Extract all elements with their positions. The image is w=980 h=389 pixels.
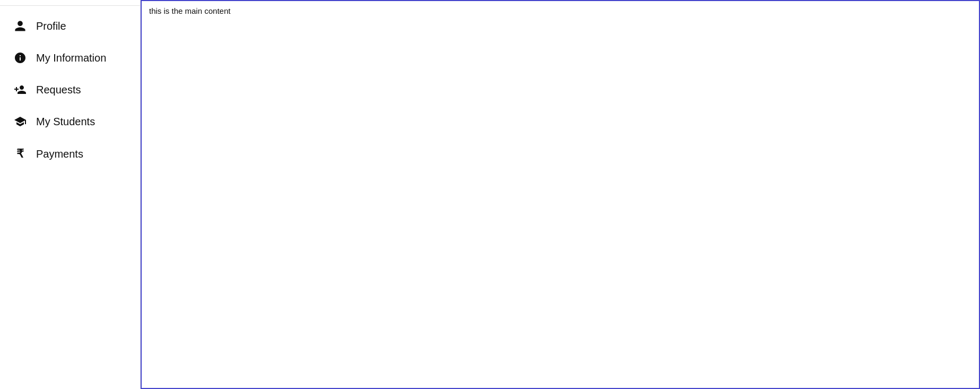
sidebar-divider bbox=[0, 5, 140, 6]
sidebar-item-payments[interactable]: ₹ Payments bbox=[0, 137, 140, 170]
info-icon bbox=[11, 51, 30, 64]
sidebar-item-my-information-label: My Information bbox=[36, 52, 106, 64]
sidebar-item-my-students[interactable]: My Students bbox=[0, 106, 140, 137]
sidebar-item-requests-label: Requests bbox=[36, 84, 81, 96]
person-add-icon bbox=[11, 83, 30, 96]
person-icon bbox=[11, 20, 30, 32]
sidebar-item-profile[interactable]: Profile bbox=[0, 10, 140, 42]
sidebar-item-my-information[interactable]: My Information bbox=[0, 42, 140, 74]
main-content-area: this is the main content bbox=[141, 0, 980, 389]
sidebar-item-payments-label: Payments bbox=[36, 148, 83, 160]
sidebar-item-my-students-label: My Students bbox=[36, 116, 95, 128]
main-content-text: this is the main content bbox=[149, 6, 230, 15]
currency-rupee-icon: ₹ bbox=[11, 147, 30, 161]
sidebar: Profile My Information Requests My Stude… bbox=[0, 0, 141, 389]
school-icon bbox=[11, 115, 30, 128]
sidebar-item-requests[interactable]: Requests bbox=[0, 74, 140, 106]
sidebar-item-profile-label: Profile bbox=[36, 20, 66, 32]
